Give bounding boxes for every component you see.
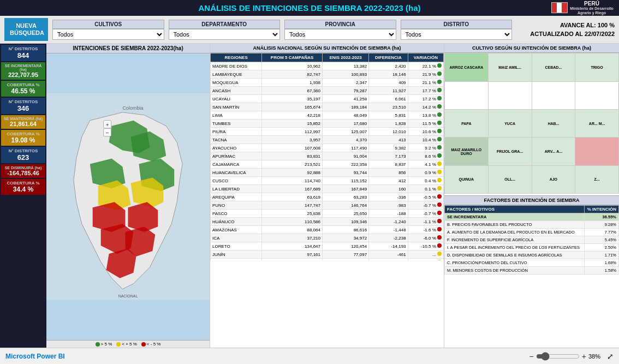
expand-icon[interactable]: ⤢ xyxy=(607,352,614,361)
cell-dif: 7,173 xyxy=(369,152,408,160)
cell-dif: 12,010 xyxy=(369,128,408,136)
stat-disminuira-ha: SE DISMINUIRÁ (ha) -164,785.46 xyxy=(1,164,45,178)
factors-value: 1.71% xyxy=(584,252,618,259)
crop-cell[interactable] xyxy=(575,138,618,165)
crop-cell[interactable]: FRIJOL GRA... xyxy=(489,138,532,165)
crop-cell[interactable] xyxy=(532,82,575,109)
cell-prom5: 1,938 xyxy=(262,79,323,87)
crop-cell[interactable]: MAIZ AMARILLO DURO xyxy=(445,138,488,165)
factors-row: C. PROMOCIÓN/FOMENTO DEL CULTIVO 1.68% xyxy=(445,259,619,267)
table-row: PUNO 147,747 146,764 -983 -0.7 % xyxy=(211,201,444,210)
cultivos-select[interactable]: Todos xyxy=(52,29,164,40)
departamento-select[interactable]: Todos xyxy=(169,29,281,40)
cell-enis: 189,184 xyxy=(323,103,369,111)
crop-cell[interactable]: OLL... xyxy=(489,166,532,193)
crop-cell[interactable]: YUCA xyxy=(489,110,532,137)
factors-row: D. DISPONIBILIDAD DE SEMILLAS E INSUMOS … xyxy=(445,252,619,259)
svg-text:−: − xyxy=(106,130,109,136)
cell-prom5: 88,064 xyxy=(262,226,323,234)
table-row: AYACUCHO 107,608 117,490 9,382 9.2 % xyxy=(211,144,444,152)
crop-cell[interactable]: AR... M... xyxy=(575,110,618,137)
crop-section: CULTIVO SEGÚN SU INTENCIÓN DE SIEMBRA (h… xyxy=(444,44,619,196)
cell-dif: 856 xyxy=(369,169,408,177)
cell-dif: 18,146 xyxy=(369,70,408,79)
distrito-filter: DISTRITO Todos xyxy=(401,20,513,40)
crop-cell[interactable] xyxy=(575,82,618,109)
crop-cell[interactable]: Z... xyxy=(575,166,618,193)
svg-text:Colombia: Colombia xyxy=(123,105,144,111)
cell-enis: 4,370 xyxy=(323,136,369,144)
crop-cell[interactable]: CEBAD... xyxy=(532,53,575,81)
table-scroll[interactable]: REGIONES PROM 5 CAMPAÑAS ENIS 2022-2023 … xyxy=(210,53,444,260)
cell-region: TACNA xyxy=(211,136,262,144)
table-row: TUMBES 15,852 17,680 1,828 11.5 % xyxy=(211,120,444,128)
factors-label: F. INCREMENTO DE SUPERFICIE AGRÍCOLA xyxy=(445,236,585,244)
cell-prom5: 42,218 xyxy=(262,111,323,120)
factors-row: M. MENORES COSTOS DE PRODUCCIÓN 1.58% xyxy=(445,267,619,275)
cell-prom5: 63,619 xyxy=(262,193,323,201)
crop-cell[interactable]: ARROZ CASCARA xyxy=(445,53,488,81)
departamento-label: DEPARTAMENTO xyxy=(169,20,281,29)
crop-cell[interactable] xyxy=(489,82,532,109)
cell-var: 9.2 % xyxy=(408,144,443,152)
cell-enis: 17,680 xyxy=(323,120,369,128)
crop-cell[interactable]: MAIZ AMIL... xyxy=(489,53,532,81)
provincia-select[interactable]: Todos xyxy=(284,29,396,40)
table-row: CUSCO 114,740 115,152 412 0.4 % xyxy=(211,177,444,185)
cell-prom5: 25,838 xyxy=(262,210,323,218)
col-var: VARIACIÓN xyxy=(408,53,443,62)
cell-prom5: 112,997 xyxy=(262,128,323,136)
cell-enis: 117,490 xyxy=(323,144,369,152)
factors-label: I. A PESAR DEL INCREMENTO DEL PRECIO DE … xyxy=(445,244,585,252)
cell-dif: 2,420 xyxy=(369,62,408,70)
cell-prom5: 213,521 xyxy=(262,160,323,169)
provincia-label: PROVINCIA xyxy=(284,20,396,29)
cell-enis: 41,258 xyxy=(323,95,369,103)
cell-var: 17.7 % xyxy=(408,87,443,95)
crop-cell[interactable]: QUINUA xyxy=(445,166,488,193)
cell-region: PIURA xyxy=(211,128,262,136)
cell-dif: 409 xyxy=(369,79,408,87)
cell-dif: -188 xyxy=(369,210,408,218)
cell-prom5: 82,747 xyxy=(262,70,323,79)
zoom-plus-button[interactable]: + xyxy=(582,352,586,361)
cell-var: -6.0 % xyxy=(408,234,443,242)
peru-flag xyxy=(551,3,568,14)
cell-region: ANCASH xyxy=(211,87,262,95)
cell-enis: 146,764 xyxy=(323,201,369,210)
cell-prom5: 2,014,352 xyxy=(262,259,323,261)
cell-var: 21.1 % xyxy=(408,79,443,87)
cell-var: 17.2 % xyxy=(408,95,443,103)
cell-var: 13.8 % xyxy=(408,111,443,120)
crop-cell[interactable]: AJO xyxy=(532,166,575,193)
legend-dot-red xyxy=(141,342,146,347)
distrito-select[interactable]: Todos xyxy=(401,29,513,40)
table-row: Total 2,014,352 2,094,136 79,784 4.0 % xyxy=(211,259,444,261)
cell-dif: 23,510 xyxy=(369,103,408,111)
zoom-slider[interactable] xyxy=(536,352,580,361)
crop-cell[interactable]: HAB... xyxy=(532,110,575,137)
zoom-minus-button[interactable]: − xyxy=(529,352,534,361)
cell-dif: 160 xyxy=(369,185,408,193)
cell-prom5: 167,689 xyxy=(262,185,323,193)
cell-enis: 109,346 xyxy=(323,218,369,226)
crop-section-title: CULTIVO SEGÚN SU INTENCIÓN DE SIEMBRA (h… xyxy=(444,44,619,53)
cell-dif: -1,240 xyxy=(369,218,408,226)
left-sidebar: N° DISTRITOS 844 SE INCREMENTARÁ (ha) 22… xyxy=(0,44,46,348)
new-search-button[interactable]: NUEVA BÚSQUEDA xyxy=(4,18,48,41)
cell-var: 4.1 % xyxy=(408,160,443,169)
cell-dif: -2,238 xyxy=(369,234,408,242)
crop-cell[interactable]: TRIGO xyxy=(575,53,618,81)
table-row: LORETO 134,647 120,454 -14,193 -10.5 % xyxy=(211,242,444,250)
powerbi-link[interactable]: Microsoft Power BI xyxy=(5,353,65,360)
crop-cell[interactable]: ARV... A... xyxy=(532,138,575,165)
map-container[interactable]: Colombia xyxy=(46,53,210,340)
table-row: APURÍMAC 83,831 91,004 7,173 8.6 % xyxy=(211,152,444,160)
cell-enis: 120,454 xyxy=(323,242,369,250)
crop-cell[interactable]: PAPA xyxy=(445,110,488,137)
distrito-label: DISTRITO xyxy=(401,20,513,29)
header-logo: PERÚ Ministerio de Desarrollo Agrario y … xyxy=(551,1,614,16)
map-title: INTENCIONES DE SIEMBRA 2022-2023(ha) xyxy=(46,44,210,53)
crop-cell[interactable] xyxy=(445,82,488,109)
cell-enis: 125,007 xyxy=(323,128,369,136)
